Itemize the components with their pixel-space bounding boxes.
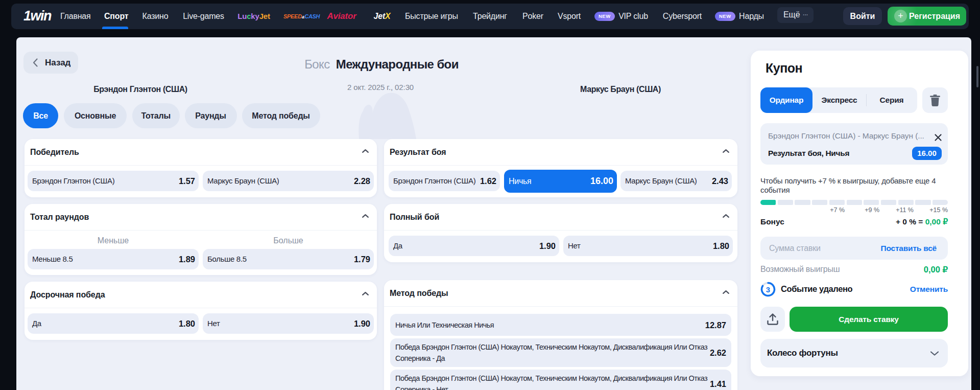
svg-text:3: 3 (766, 285, 770, 294)
